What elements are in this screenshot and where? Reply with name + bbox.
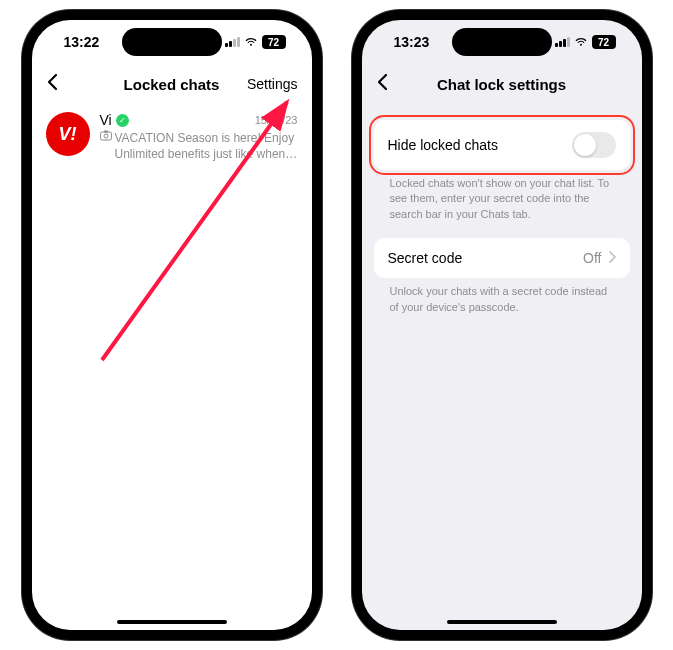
photo-icon xyxy=(100,130,112,162)
settings-button[interactable]: Settings xyxy=(247,76,298,92)
chevron-right-icon xyxy=(608,250,616,266)
wifi-icon xyxy=(574,37,588,47)
nav-bar: Chat lock settings xyxy=(362,64,642,104)
chat-date: 15/11/23 xyxy=(255,114,298,126)
home-indicator xyxy=(447,620,557,624)
wifi-icon xyxy=(244,37,258,47)
verified-icon: ✓ xyxy=(116,114,129,127)
battery-icon: 72 xyxy=(262,35,286,49)
svg-point-1 xyxy=(104,134,108,138)
page-title: Locked chats xyxy=(124,76,220,93)
hide-locked-chats-toggle[interactable] xyxy=(572,132,616,158)
signal-icon xyxy=(225,37,240,47)
secret-code-hint: Unlock your chats with a secret code ins… xyxy=(374,278,630,315)
status-time: 13:22 xyxy=(64,34,100,50)
notch xyxy=(122,28,222,56)
battery-icon: 72 xyxy=(592,35,616,49)
cell-label: Hide locked chats xyxy=(388,137,499,153)
back-button[interactable] xyxy=(376,71,400,97)
chat-preview: VACATION Season is here! Enjoy Unlimited… xyxy=(115,130,298,162)
chat-name: Vi ✓ xyxy=(100,112,129,128)
phone-right: 13:23 72 Chat lock settings Hide locked … xyxy=(352,10,652,640)
hide-locked-chats-hint: Locked chats won't show on your chat lis… xyxy=(374,170,630,222)
svg-rect-0 xyxy=(100,132,111,140)
status-time: 13:23 xyxy=(394,34,430,50)
secret-code-cell[interactable]: Secret code Off xyxy=(374,238,630,278)
avatar: V! xyxy=(46,112,90,156)
secret-code-value: Off xyxy=(583,250,601,266)
notch xyxy=(452,28,552,56)
home-indicator xyxy=(117,620,227,624)
back-button[interactable] xyxy=(46,71,70,97)
phone-left: 13:22 72 Locked chats Settings V! xyxy=(22,10,322,640)
nav-bar: Locked chats Settings xyxy=(32,64,312,104)
signal-icon xyxy=(555,37,570,47)
hide-locked-chats-cell[interactable]: Hide locked chats xyxy=(374,120,630,170)
page-title: Chat lock settings xyxy=(437,76,566,93)
cell-label: Secret code xyxy=(388,250,463,266)
chat-row[interactable]: V! Vi ✓ 15/11/23 VACATION Season is here… xyxy=(32,104,312,170)
svg-rect-2 xyxy=(104,131,108,133)
